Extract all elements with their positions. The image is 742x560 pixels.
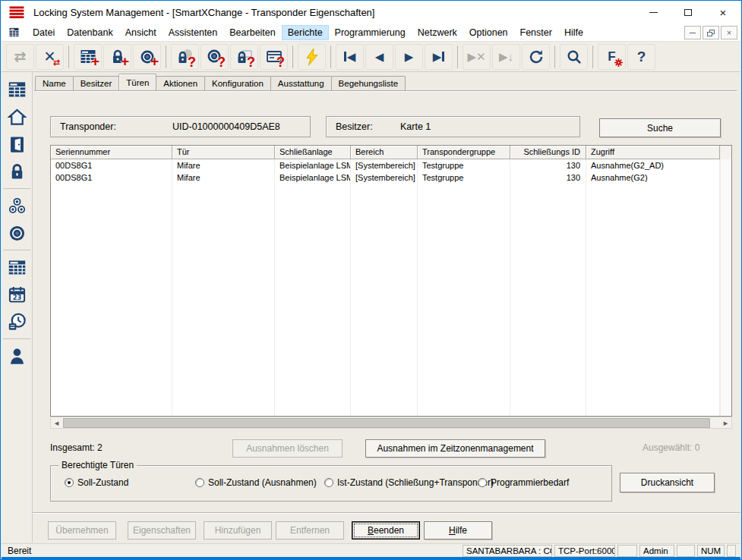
tab-name[interactable]: Name bbox=[35, 76, 74, 90]
read-order-button[interactable]: ? bbox=[260, 44, 288, 70]
hilfe-button[interactable]: Hilfe bbox=[424, 521, 492, 540]
new-lock-button[interactable]: + bbox=[103, 44, 131, 70]
sidebar-item-transponders[interactable] bbox=[4, 220, 30, 246]
cell-transpondergruppe: Testgruppe bbox=[418, 171, 510, 184]
column-header-schliessanlage[interactable]: Schließanlage bbox=[275, 146, 351, 159]
last-record-button[interactable]: ▶ bbox=[425, 44, 453, 70]
tab-ausstattung[interactable]: Ausstattung bbox=[270, 76, 332, 90]
filter-button[interactable]: F bbox=[598, 44, 626, 70]
sidebar-item-log[interactable] bbox=[4, 309, 30, 335]
read-lock-button[interactable]: ? bbox=[171, 44, 199, 70]
mdi-restore-button[interactable] bbox=[703, 26, 719, 39]
menu-item-programmierung[interactable]: Programmierung bbox=[329, 25, 412, 40]
program-button[interactable] bbox=[298, 44, 326, 70]
scroll-right-icon[interactable]: ▸ bbox=[720, 417, 731, 428]
read-transponder-button[interactable]: ? bbox=[200, 44, 229, 70]
next-record-button[interactable]: ▶ bbox=[395, 44, 423, 70]
column-header-transpondergruppe[interactable]: Transpondergruppe bbox=[418, 146, 510, 159]
app-window: Locking System Management - [SmartXChang… bbox=[0, 0, 742, 560]
connect-button[interactable]: ⇄ bbox=[6, 44, 34, 70]
sidebar-item-calendar[interactable]: 23 bbox=[4, 282, 30, 307]
besitzer-field: Besitzer: Karte 1 bbox=[326, 116, 580, 137]
svg-text:23: 23 bbox=[12, 294, 21, 301]
post-record-button[interactable]: ▶↓ bbox=[492, 44, 520, 70]
cancel-record-button[interactable]: ▶✕ bbox=[463, 44, 491, 70]
minimize-button[interactable] bbox=[636, 1, 671, 24]
menu-item-ansicht[interactable]: Ansicht bbox=[119, 25, 163, 40]
menu-item-bearbeiten[interactable]: Bearbeiten bbox=[223, 25, 281, 40]
first-record-icon: ◀ bbox=[344, 50, 356, 64]
question-icon: ? bbox=[276, 55, 285, 69]
eigenschaften-button[interactable]: Eigenschaften bbox=[128, 521, 196, 540]
close-button[interactable]: × bbox=[706, 1, 740, 24]
sidebar-item-matrix[interactable] bbox=[4, 77, 30, 102]
menu-item-datenbank[interactable]: Datenbank bbox=[61, 25, 118, 40]
sidebar-item-home[interactable] bbox=[4, 104, 30, 130]
tab-tueren[interactable]: Türen bbox=[118, 74, 156, 90]
exceptions-timezone-button[interactable]: Ausnahmen im Zeitzonenmanagement bbox=[365, 439, 545, 458]
menu-item-datei[interactable]: Datei bbox=[27, 25, 61, 40]
beenden-button[interactable]: Beenden bbox=[352, 521, 420, 540]
column-header-schliessungs-id[interactable]: Schließungs ID bbox=[510, 146, 586, 159]
entfernen-button[interactable]: Entfernen bbox=[276, 521, 344, 540]
horizontal-scrollbar[interactable]: ◂ ▸ bbox=[50, 417, 732, 429]
tab-besitzer[interactable]: Besitzer bbox=[73, 76, 120, 90]
scroll-left-icon[interactable]: ◂ bbox=[51, 417, 62, 428]
radio-ist-zustand[interactable]: Ist-Zustand (Schließung+Transponder) bbox=[324, 477, 494, 488]
table-row[interactable]: 00DS8G1 Mifare Beispielanlage LSM ... [S… bbox=[51, 159, 731, 171]
column-header-tuer[interactable]: Tür bbox=[172, 146, 275, 159]
sidebar-item-matrix-view[interactable] bbox=[4, 254, 30, 280]
scrollbar-thumb[interactable] bbox=[63, 418, 710, 428]
sidebar-item-locks[interactable] bbox=[4, 159, 30, 184]
hinzufuegen-button[interactable]: Hinzufügen bbox=[204, 521, 272, 540]
menu-item-assistenten[interactable]: Assistenten bbox=[163, 25, 224, 40]
column-header-seriennummer[interactable]: Seriennummer bbox=[51, 146, 172, 159]
disconnect-button[interactable]: ✕⇄ bbox=[36, 44, 64, 70]
help-button[interactable]: ? bbox=[627, 44, 655, 70]
refresh-button[interactable] bbox=[522, 44, 550, 70]
sidebar-item-doors[interactable] bbox=[4, 131, 30, 157]
radio-soll-zustand-ausnahmen[interactable]: Soll-Zustand (Ausnahmen) bbox=[195, 477, 317, 488]
previous-record-button[interactable]: ◀ bbox=[365, 44, 393, 70]
druckansicht-button[interactable]: Druckansicht bbox=[620, 473, 715, 492]
cell-tuer: Mifare bbox=[172, 159, 275, 171]
cell-seriennummer: 00DS8G1 bbox=[51, 159, 172, 171]
radio-programmierbedarf[interactable]: Programmierbedarf bbox=[478, 477, 569, 488]
radio-soll-zustand[interactable]: Soll-Zustand bbox=[65, 477, 128, 488]
delete-exceptions-button[interactable]: Ausnahmen löschen bbox=[232, 439, 343, 458]
menu-item-fenster[interactable]: Fenster bbox=[514, 25, 558, 40]
uebernehmen-button[interactable]: Übernehmen bbox=[48, 521, 116, 540]
mdi-minimize-button[interactable] bbox=[684, 26, 701, 39]
cell-transpondergruppe: Testgruppe bbox=[418, 159, 510, 171]
maximize-button[interactable] bbox=[671, 1, 706, 24]
status-com-port: SANTABARBARA : COM3 bbox=[463, 545, 552, 557]
menu-item-optionen[interactable]: Optionen bbox=[463, 25, 514, 40]
first-record-button[interactable]: ◀ bbox=[336, 44, 364, 70]
mdi-close-button[interactable]: × bbox=[721, 26, 737, 39]
new-locking-system-button[interactable]: + bbox=[74, 44, 102, 70]
menu-item-hilfe[interactable]: Hilfe bbox=[558, 25, 589, 40]
tab-strip: Name Besitzer Türen Aktionen Konfigurati… bbox=[35, 74, 405, 90]
toolbar-separator bbox=[554, 46, 555, 68]
search-button-toolbar[interactable] bbox=[560, 44, 588, 70]
post-record-icon: ▶↓ bbox=[499, 50, 513, 64]
tab-aktionen[interactable]: Aktionen bbox=[156, 76, 205, 90]
read-lock-network-button[interactable]: ? bbox=[230, 44, 258, 70]
menu-item-netzwerk[interactable]: Netzwerk bbox=[412, 25, 463, 40]
menu-item-berichte[interactable]: Berichte bbox=[282, 25, 329, 40]
sidebar-item-user[interactable] bbox=[4, 343, 30, 369]
tab-begehungsliste[interactable]: Begehungsliste bbox=[331, 76, 406, 90]
radio-dot bbox=[324, 478, 333, 487]
tab-konfiguration[interactable]: Konfiguration bbox=[204, 76, 271, 90]
transponder-value: UID-01000000409D5AE8 bbox=[172, 121, 280, 132]
mdi-minimize-icon bbox=[690, 33, 696, 33]
close-icon: × bbox=[720, 6, 727, 19]
lock-icon bbox=[7, 162, 27, 182]
column-header-bereich[interactable]: Bereich bbox=[351, 146, 418, 159]
suche-button[interactable]: Suche bbox=[599, 118, 721, 137]
table-row[interactable]: 00DS8G1 Mifare Beispielanlage LSM ... [S… bbox=[51, 171, 731, 184]
transponder-icon bbox=[7, 223, 27, 244]
sidebar-item-transponder-groups[interactable] bbox=[4, 193, 30, 219]
new-transponder-button[interactable]: + bbox=[133, 44, 161, 70]
column-header-zugriff[interactable]: Zugriff bbox=[586, 146, 720, 159]
